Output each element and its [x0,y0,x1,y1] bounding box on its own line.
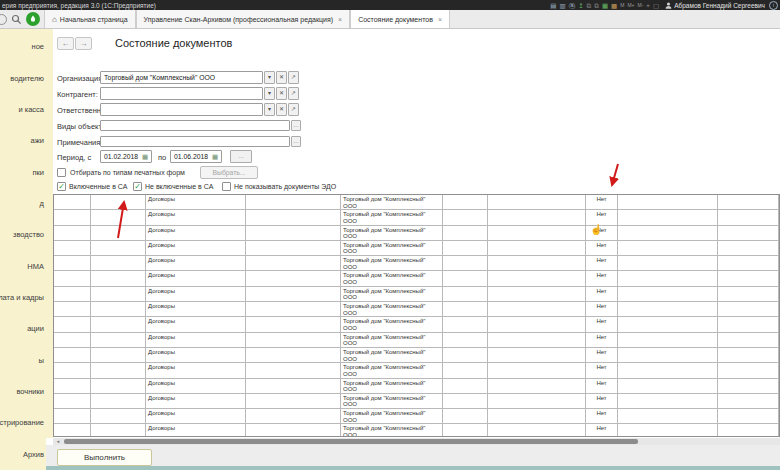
not-included-in-sa-checkbox[interactable]: ✓ [133,182,142,191]
table-cell[interactable] [618,241,718,256]
tab-document-status[interactable]: Состояние документов × [350,10,450,28]
table-cell[interactable] [91,195,146,210]
counterparty-clear-icon[interactable]: ✕ [276,87,287,100]
table-cell[interactable] [91,394,146,409]
responsible-dropdown-icon[interactable]: ▾ [264,103,275,116]
table-cell[interactable] [54,256,91,271]
sidebar-item[interactable]: зводство [0,219,46,250]
table-cell[interactable] [54,210,91,225]
organization-open-icon[interactable]: ↗ [288,71,299,84]
scrollbar-thumb[interactable] [64,439,638,444]
table-cell[interactable] [91,210,146,225]
organization-field[interactable]: Торговый дом "Комплексный" ООО [100,71,263,84]
sidebar-item[interactable]: ы [0,345,46,376]
table-cell[interactable]: Торговый дом "Комплексный" ООО [341,379,443,394]
table-cell[interactable] [443,210,488,225]
table-cell[interactable]: Торговый дом "Комплексный" ООО [341,241,443,256]
select-forms-button[interactable]: Выбрать... [200,166,258,179]
table-cell[interactable] [246,333,341,348]
close-icon[interactable]: × [438,16,442,23]
table-cell[interactable] [718,379,779,394]
table-cell[interactable] [718,394,779,409]
table-cell[interactable] [718,317,779,332]
table-cell[interactable] [488,333,586,348]
table-cell[interactable] [618,256,718,271]
table-cell[interactable]: Нет [586,317,618,332]
table-cell[interactable]: Торговый дом "Комплексный" ООО [341,317,443,332]
filter-by-forms-label[interactable]: Отбирать по типам печатных форм [70,169,185,176]
sidebar-item[interactable]: д [0,188,46,219]
sidebar-item[interactable]: и касса [0,94,46,125]
table-cell[interactable] [54,226,91,241]
table-cell[interactable]: Договоры [146,333,246,348]
search-icon[interactable] [11,14,22,25]
counterparty-open-icon[interactable]: ↗ [288,87,299,100]
table-cell[interactable] [91,363,146,378]
table-cell[interactable] [443,379,488,394]
info-icon[interactable]: i [769,1,778,10]
organization-dropdown-icon[interactable]: ▾ [264,71,275,84]
object-types-field[interactable] [100,120,290,131]
table-cell[interactable] [618,195,718,210]
table-cell[interactable]: Договоры [146,226,246,241]
table-cell[interactable] [618,394,718,409]
table-cell[interactable] [246,210,341,225]
window-icon[interactable]: ▢ [653,2,659,9]
responsible-field[interactable] [100,103,263,116]
organization-clear-icon[interactable]: ✕ [276,71,287,84]
table-cell[interactable] [488,226,586,241]
table-cell[interactable] [91,333,146,348]
table-cell[interactable] [91,256,146,271]
included-in-sa-label[interactable]: Включенные в СА [69,183,127,190]
table-cell[interactable] [54,363,91,378]
table-cell[interactable]: Договоры [146,256,246,271]
table-cell[interactable] [618,363,718,378]
table-cell[interactable] [718,195,779,210]
table-cell[interactable] [54,348,91,363]
table-cell[interactable] [54,333,91,348]
table-cell[interactable] [718,210,779,225]
table-cell[interactable] [718,302,779,317]
table-cell[interactable] [443,226,488,241]
table-cell[interactable]: Договоры [146,363,246,378]
table-cell[interactable]: Договоры [146,424,246,437]
table-cell[interactable] [618,271,718,286]
table-cell[interactable]: Торговый дом "Комплексный" ООО [341,271,443,286]
table-cell[interactable]: Договоры [146,195,246,210]
table-cell[interactable] [718,424,779,437]
table-cell[interactable]: Договоры [146,409,246,424]
table-cell[interactable] [618,210,718,225]
table-cell[interactable] [54,302,91,317]
table-cell[interactable] [54,195,91,210]
table-cell[interactable] [54,271,91,286]
table-cell[interactable]: Торговый дом "Комплексный" ООО [341,409,443,424]
table-cell[interactable] [246,226,341,241]
table-cell[interactable] [54,287,91,302]
horizontal-scrollbar[interactable]: ◂ [53,438,780,445]
table-cell[interactable] [91,409,146,424]
table-cell[interactable]: Нет [586,333,618,348]
table-cell[interactable] [488,424,586,437]
table-cell[interactable] [246,271,341,286]
table-cell[interactable] [54,379,91,394]
sidebar-item[interactable]: НМА [0,251,46,282]
scan-archive-logo-icon[interactable] [26,12,40,26]
calculator-icon[interactable]: ▩ [611,2,617,9]
table-cell[interactable]: Торговый дом "Комплексный" ООО [341,363,443,378]
table-cell[interactable] [618,379,718,394]
table-cell[interactable] [488,363,586,378]
responsible-clear-icon[interactable]: ✕ [276,103,287,116]
table-cell[interactable]: Нет [586,409,618,424]
counterparty-field[interactable] [100,87,263,100]
forward-button[interactable]: → [75,37,92,50]
memory-mplus-icon[interactable]: M+ [627,2,634,9]
zoom-icon[interactable]: ⌖ [646,2,650,9]
table-cell[interactable] [618,287,718,302]
tab-scan-archive-management[interactable]: Управление Скан-Архивом (профессиональна… [136,10,351,28]
notes-dots-button[interactable]: … [291,136,301,147]
table-cell[interactable] [443,241,488,256]
table-cell[interactable] [488,302,586,317]
scroll-left-icon[interactable]: ◂ [54,438,62,445]
table-cell[interactable] [443,409,488,424]
table-cell[interactable] [488,409,586,424]
